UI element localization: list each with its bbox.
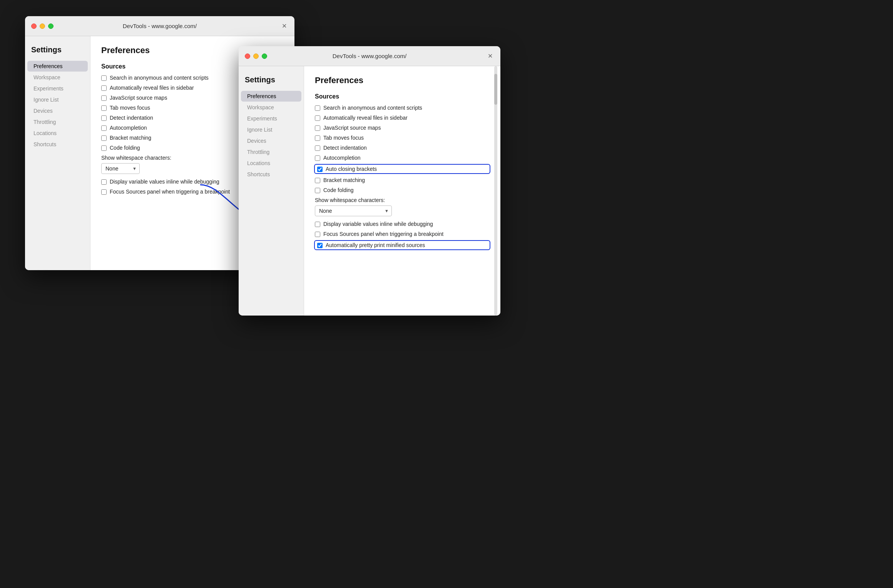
checkbox-focus-label-1: Focus Sources panel when triggering a br… [110, 189, 230, 195]
checkbox-bracket-input-1[interactable] [101, 135, 107, 141]
checkbox-bracket-label-1: Bracket matching [110, 135, 151, 141]
checkbox-reveal-label-1: Automatically reveal files in sidebar [110, 85, 194, 91]
checkbox-bracketmatch-label-2: Bracket matching [323, 177, 365, 183]
sidebar-2: Settings Preferences Workspace Experimen… [239, 66, 304, 316]
checkbox-anon-input-2[interactable] [315, 105, 320, 111]
checkbox-anon-label-1: Search in anonymous and content scripts [110, 75, 209, 81]
window-2: DevTools - www.google.com/ ✕ Settings Pr… [239, 46, 500, 316]
sidebar-item-shortcuts-1[interactable]: Shortcuts [27, 139, 88, 150]
titlebar-title-1: DevTools - www.google.com/ [123, 23, 197, 29]
checkbox-focussources-label-2: Focus Sources panel when triggering a br… [323, 231, 443, 237]
sidebar-heading-2: Settings [239, 72, 304, 90]
whitespace-select-1[interactable]: None All Trailing Boundary [101, 163, 140, 174]
titlebar-1: DevTools - www.google.com/ ✕ [25, 16, 294, 36]
checkbox-reveal-input-2[interactable] [315, 115, 320, 121]
sidebar-item-ignore-2[interactable]: Ignore List [241, 124, 301, 135]
sidebar-item-throttling-1[interactable]: Throttling [27, 117, 88, 127]
sidebar-item-workspace-1[interactable]: Workspace [27, 72, 88, 83]
checkbox-tabfocus-input-2[interactable] [315, 135, 320, 141]
checkbox-reveal-input-1[interactable] [101, 85, 107, 91]
sidebar-item-ignore-1[interactable]: Ignore List [27, 94, 88, 105]
checkbox-detect-label-1: Detect indentation [110, 115, 153, 121]
close-button-1[interactable] [31, 23, 37, 29]
checkbox-prettyprint-2[interactable]: Automatically pretty print minified sour… [315, 241, 490, 249]
minimize-button-1[interactable] [40, 23, 45, 29]
select-wrapper-1[interactable]: None All Trailing Boundary ▼ [101, 163, 140, 174]
titlebar-2: DevTools - www.google.com/ ✕ [239, 46, 500, 66]
sidebar-item-preferences-2[interactable]: Preferences [241, 91, 301, 102]
checkbox-display-input-1[interactable] [101, 179, 107, 185]
checkbox-display-label-2: Display variable values inline while deb… [323, 221, 433, 227]
checkbox-focussources-input-2[interactable] [315, 232, 320, 237]
checkbox-bracketmatch-2[interactable]: Bracket matching [315, 177, 490, 183]
checkbox-codefolding-label-2: Code folding [323, 187, 354, 193]
checkbox-detect-input-1[interactable] [101, 115, 107, 121]
sidebar-item-workspace-2[interactable]: Workspace [241, 102, 301, 113]
titlebar-title-2: DevTools - www.google.com/ [333, 53, 407, 59]
close-icon-1[interactable]: ✕ [280, 22, 288, 30]
checkbox-detect-2[interactable]: Detect indentation [315, 145, 490, 151]
checkbox-folding-label-1: Code folding [110, 145, 140, 151]
checkbox-display-label-1: Display variable values inline while deb… [110, 179, 219, 185]
sidebar-item-preferences-1[interactable]: Preferences [27, 61, 88, 72]
checkbox-codefolding-2[interactable]: Code folding [315, 187, 490, 193]
checkbox-anon-label-2: Search in anonymous and content scripts [323, 105, 422, 111]
checkbox-anon-2[interactable]: Search in anonymous and content scripts [315, 105, 490, 111]
checkbox-detect-label-2: Detect indentation [323, 145, 367, 151]
checkbox-prettyprint-label-2: Automatically pretty print minified sour… [326, 242, 425, 248]
sidebar-item-devices-1[interactable]: Devices [27, 105, 88, 116]
checkbox-prettyprint-input-2[interactable] [317, 243, 323, 248]
checkbox-autocompletion-2[interactable]: Autocompletion [315, 155, 490, 161]
checkbox-folding-input-1[interactable] [101, 145, 107, 151]
section-heading-2: Sources [315, 93, 490, 100]
sidebar-item-experiments-2[interactable]: Experiments [241, 113, 301, 124]
sidebar-item-locations-2[interactable]: Locations [241, 158, 301, 169]
maximize-button-2[interactable] [262, 53, 267, 59]
checkbox-anon-input-1[interactable] [101, 75, 107, 81]
checkbox-auto-input-1[interactable] [101, 125, 107, 131]
checkbox-jsmaps-2[interactable]: JavaScript source maps [315, 125, 490, 131]
sidebar-item-locations-1[interactable]: Locations [27, 128, 88, 139]
checkbox-jsmaps-input-2[interactable] [315, 125, 320, 131]
main-content-2: Preferences Sources Search in anonymous … [304, 66, 500, 316]
checkbox-tabfocus-2[interactable]: Tab moves focus [315, 135, 490, 141]
checkbox-jsmaps-label-1: JavaScript source maps [110, 95, 167, 101]
sidebar-item-devices-2[interactable]: Devices [241, 135, 301, 146]
checkbox-autocompletion-label-2: Autocompletion [323, 155, 361, 161]
main-title-2: Preferences [315, 75, 490, 85]
maximize-button-1[interactable] [48, 23, 54, 29]
traffic-lights-2 [245, 53, 267, 59]
scrollbar-track-2[interactable] [494, 66, 497, 316]
checkbox-tabfocus-label-1: Tab moves focus [110, 105, 150, 111]
minimize-button-2[interactable] [253, 53, 259, 59]
checkbox-auto-label-1: Autocompletion [110, 125, 147, 131]
checkbox-detect-input-2[interactable] [315, 145, 320, 151]
close-button-2[interactable] [245, 53, 250, 59]
checkbox-autoclosing-input-2[interactable] [317, 167, 323, 172]
checkbox-jsmaps-label-2: JavaScript source maps [323, 125, 381, 131]
checkbox-codefolding-input-2[interactable] [315, 188, 320, 193]
select-wrapper-2[interactable]: None All Trailing Boundary ▼ [315, 205, 392, 216]
checkbox-tabfocus-input-1[interactable] [101, 105, 107, 111]
checkbox-focussources-2[interactable]: Focus Sources panel when triggering a br… [315, 231, 490, 237]
checkbox-display-input-2[interactable] [315, 222, 320, 227]
checkbox-autocompletion-input-2[interactable] [315, 155, 320, 161]
sidebar-1: Settings Preferences Workspace Experimen… [25, 36, 90, 270]
checkbox-bracketmatch-input-2[interactable] [315, 178, 320, 183]
sidebar-item-experiments-1[interactable]: Experiments [27, 83, 88, 94]
checkbox-focus-input-1[interactable] [101, 189, 107, 195]
settings-body-2: Settings Preferences Workspace Experimen… [239, 66, 500, 316]
checkbox-reveal-label-2: Automatically reveal files in sidebar [323, 115, 408, 121]
checkbox-autoclosing-2[interactable]: Auto closing brackets [315, 165, 490, 173]
scrollbar-thumb-2[interactable] [494, 74, 497, 105]
sidebar-heading-1: Settings [25, 42, 90, 60]
whitespace-select-2[interactable]: None All Trailing Boundary [315, 205, 392, 216]
traffic-lights-1 [31, 23, 54, 29]
sidebar-item-throttling-2[interactable]: Throttling [241, 147, 301, 157]
checkbox-reveal-2[interactable]: Automatically reveal files in sidebar [315, 115, 490, 121]
close-icon-2[interactable]: ✕ [486, 52, 494, 60]
checkbox-jsmaps-input-1[interactable] [101, 95, 107, 101]
checkbox-display-2[interactable]: Display variable values inline while deb… [315, 221, 490, 227]
checkbox-tabfocus-label-2: Tab moves focus [323, 135, 364, 141]
sidebar-item-shortcuts-2[interactable]: Shortcuts [241, 169, 301, 180]
